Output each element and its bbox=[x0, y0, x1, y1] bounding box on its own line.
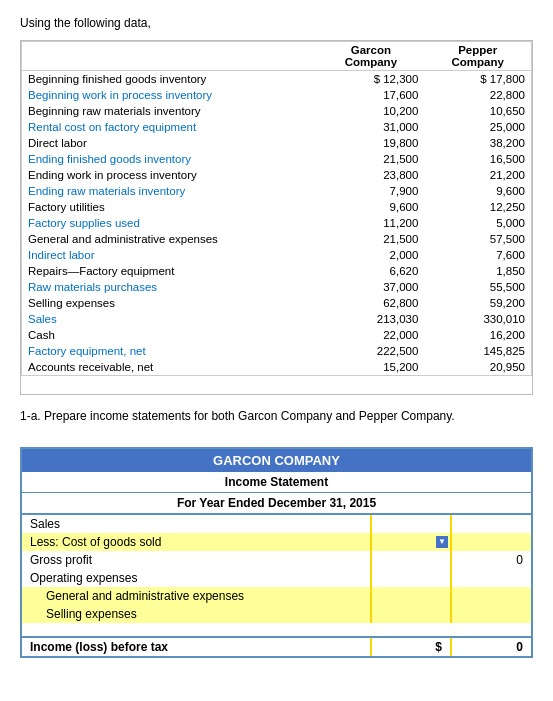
company-name-header: GARCON COMPANY bbox=[22, 449, 531, 472]
row-pepper: 5,000 bbox=[424, 215, 531, 231]
table-row: Indirect labor2,0007,600 bbox=[22, 247, 532, 263]
table-row: Factory utilities9,60012,250 bbox=[22, 199, 532, 215]
table-row: Direct labor19,80038,200 bbox=[22, 135, 532, 151]
row-label: General and administrative expenses bbox=[22, 231, 318, 247]
col2-header: GarconCompany bbox=[317, 42, 424, 71]
row-label: Beginning raw materials inventory bbox=[22, 103, 318, 119]
income-stmt-row[interactable]: Less: Cost of goods sold▼ bbox=[22, 533, 531, 551]
income-row-col3[interactable] bbox=[451, 533, 531, 551]
row-pepper: 22,800 bbox=[424, 87, 531, 103]
row-garcon: 9,600 bbox=[317, 199, 424, 215]
table-row: Factory equipment, net222,500145,825 bbox=[22, 343, 532, 359]
row-garcon: 62,800 bbox=[317, 295, 424, 311]
row-garcon: 17,600 bbox=[317, 87, 424, 103]
income-row-col3 bbox=[451, 515, 531, 533]
row-pepper: 20,950 bbox=[424, 359, 531, 376]
income-stmt-title: Income Statement bbox=[22, 472, 531, 493]
row-pepper: 55,500 bbox=[424, 279, 531, 295]
table-row: Repairs—Factory equipment6,6201,850 bbox=[22, 263, 532, 279]
income-row-label: Gross profit bbox=[22, 551, 371, 569]
income-row-col2 bbox=[371, 551, 451, 569]
income-row-label: General and administrative expenses bbox=[22, 587, 371, 605]
section-prefix: 1-a. bbox=[20, 409, 41, 423]
table-row: General and administrative expenses21,50… bbox=[22, 231, 532, 247]
table-row: Rental cost on factory equipment31,00025… bbox=[22, 119, 532, 135]
row-pepper: 10,650 bbox=[424, 103, 531, 119]
row-label: Repairs—Factory equipment bbox=[22, 263, 318, 279]
row-garcon: 11,200 bbox=[317, 215, 424, 231]
row-garcon: 7,900 bbox=[317, 183, 424, 199]
table-row: Beginning work in process inventory17,60… bbox=[22, 87, 532, 103]
dropdown-arrow-icon[interactable]: ▼ bbox=[436, 536, 448, 548]
row-garcon: 222,500 bbox=[317, 343, 424, 359]
row-label: Beginning work in process inventory bbox=[22, 87, 318, 103]
table-row: Beginning finished goods inventory$ 12,3… bbox=[22, 71, 532, 88]
spacer-row bbox=[22, 623, 531, 637]
row-pepper: 7,600 bbox=[424, 247, 531, 263]
income-loss-col3: 0 bbox=[451, 637, 531, 656]
row-pepper: 330,010 bbox=[424, 311, 531, 327]
row-pepper: 59,200 bbox=[424, 295, 531, 311]
table-row: Factory supplies used11,2005,000 bbox=[22, 215, 532, 231]
table-row: Raw materials purchases37,00055,500 bbox=[22, 279, 532, 295]
income-stmt-period: For Year Ended December 31, 2015 bbox=[22, 493, 531, 515]
income-stmt-row: Gross profit0 bbox=[22, 551, 531, 569]
income-loss-row: Income (loss) before tax $ 0 bbox=[22, 637, 531, 656]
row-pepper: 21,200 bbox=[424, 167, 531, 183]
income-row-label: Operating expenses bbox=[22, 569, 371, 587]
data-table: GarconCompany PepperCompany Beginning fi… bbox=[21, 41, 532, 376]
row-label: Rental cost on factory equipment bbox=[22, 119, 318, 135]
table-row: Ending raw materials inventory7,9009,600 bbox=[22, 183, 532, 199]
row-pepper: $ 17,800 bbox=[424, 71, 531, 88]
row-label: Factory equipment, net bbox=[22, 343, 318, 359]
income-row-label: Sales bbox=[22, 515, 371, 533]
row-pepper: 57,500 bbox=[424, 231, 531, 247]
row-garcon: 21,500 bbox=[317, 151, 424, 167]
income-row-col2 bbox=[371, 515, 451, 533]
income-row-col3: 0 bbox=[451, 551, 531, 569]
row-garcon: 10,200 bbox=[317, 103, 424, 119]
row-garcon: 23,800 bbox=[317, 167, 424, 183]
income-stmt-row[interactable]: General and administrative expenses bbox=[22, 587, 531, 605]
row-garcon: 31,000 bbox=[317, 119, 424, 135]
row-pepper: 16,500 bbox=[424, 151, 531, 167]
row-garcon: 19,800 bbox=[317, 135, 424, 151]
row-label: Sales bbox=[22, 311, 318, 327]
row-pepper: 16,200 bbox=[424, 327, 531, 343]
income-row-label: Selling expenses bbox=[22, 605, 371, 623]
section-label: 1-a. Prepare income statements for both … bbox=[20, 409, 533, 423]
income-row-col3[interactable] bbox=[451, 605, 531, 623]
table-row: Ending work in process inventory23,80021… bbox=[22, 167, 532, 183]
row-pepper: 38,200 bbox=[424, 135, 531, 151]
table-row: Cash22,00016,200 bbox=[22, 327, 532, 343]
row-pepper: 25,000 bbox=[424, 119, 531, 135]
col3-header: PepperCompany bbox=[424, 42, 531, 71]
table-row: Beginning raw materials inventory10,2001… bbox=[22, 103, 532, 119]
row-label: Accounts receivable, net bbox=[22, 359, 318, 376]
row-label: Raw materials purchases bbox=[22, 279, 318, 295]
col1-header bbox=[22, 42, 318, 71]
row-label: Direct labor bbox=[22, 135, 318, 151]
table-row: Sales213,030330,010 bbox=[22, 311, 532, 327]
table-row: Selling expenses62,80059,200 bbox=[22, 295, 532, 311]
row-garcon: 15,200 bbox=[317, 359, 424, 376]
row-garcon: $ 12,300 bbox=[317, 71, 424, 88]
income-row-col2[interactable]: ▼ bbox=[371, 533, 451, 551]
intro-text: Using the following data, bbox=[20, 16, 533, 30]
income-row-col2[interactable] bbox=[371, 605, 451, 623]
income-stmt-row[interactable]: Selling expenses bbox=[22, 605, 531, 623]
row-garcon: 213,030 bbox=[317, 311, 424, 327]
table-row: Accounts receivable, net15,20020,950 bbox=[22, 359, 532, 376]
row-pepper: 12,250 bbox=[424, 199, 531, 215]
income-row-col3 bbox=[451, 569, 531, 587]
row-label: Ending work in process inventory bbox=[22, 167, 318, 183]
income-stmt-row: Operating expenses bbox=[22, 569, 531, 587]
income-stmt-row: Sales bbox=[22, 515, 531, 533]
income-row-col3[interactable] bbox=[451, 587, 531, 605]
table-row: Ending finished goods inventory21,50016,… bbox=[22, 151, 532, 167]
row-pepper: 1,850 bbox=[424, 263, 531, 279]
income-loss-label: Income (loss) before tax bbox=[22, 637, 371, 656]
income-row-col2[interactable] bbox=[371, 587, 451, 605]
income-row-label: Less: Cost of goods sold bbox=[22, 533, 371, 551]
row-label: Cash bbox=[22, 327, 318, 343]
